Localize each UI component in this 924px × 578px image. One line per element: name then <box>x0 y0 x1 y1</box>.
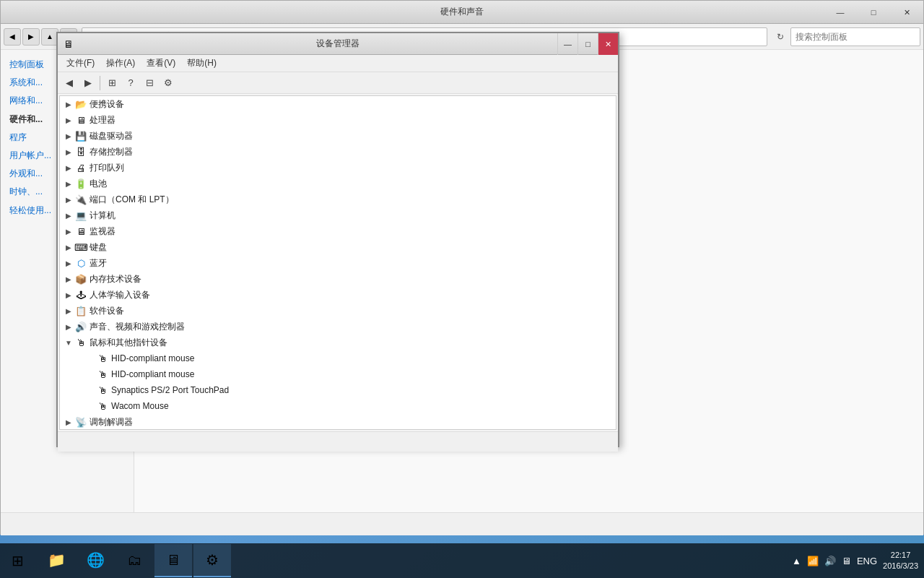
tree-expander-battery[interactable]: ▶ <box>63 178 74 189</box>
dm-close-button[interactable]: ✕ <box>598 33 618 55</box>
tray-language-icon[interactable]: ENG <box>855 554 879 568</box>
dm-properties-button[interactable]: ⊞ <box>103 74 121 92</box>
tree-item-processor[interactable]: ▶ 🖥 处理器 <box>60 112 616 128</box>
tree-icon-modem: 📡 <box>74 415 87 428</box>
tree-label-portable: 便携设备 <box>90 98 124 111</box>
tree-expander-computer[interactable]: ▶ <box>63 210 74 221</box>
tree-item-port-com-lpt[interactable]: ▶ 🔌 端口（COM 和 LPT） <box>60 191 616 207</box>
tree-item-hid-mouse-1[interactable]: 🖱 HID-compliant mouse <box>60 350 616 366</box>
tree-item-computer[interactable]: ▶ 💻 计算机 <box>60 207 616 223</box>
tree-label-keyboard: 键盘 <box>90 241 107 254</box>
tree-expander-print-queue[interactable]: ▶ <box>63 162 74 173</box>
tree-expander-mouse[interactable]: ▼ <box>63 337 74 348</box>
tree-item-keyboard[interactable]: ▶ ⌨ 键盘 <box>60 239 616 255</box>
cp-titlebar-buttons: — □ ✕ <box>824 1 923 24</box>
taskbar-app-filemanager[interactable]: 🗂 <box>116 544 153 577</box>
tree-label-mouse: 鼠标和其他指针设备 <box>90 337 167 349</box>
tree-expander-port-com-lpt[interactable]: ▶ <box>63 194 74 205</box>
tree-expander-storage-ctrl[interactable]: ▶ <box>63 146 74 158</box>
cp-maximize-button[interactable]: □ <box>857 1 890 24</box>
tree-item-bluetooth[interactable]: ▶ ⬡ 蓝牙 <box>60 255 616 271</box>
dm-scan-button[interactable]: ⚙ <box>160 74 177 92</box>
tree-expander-processor[interactable]: ▶ <box>63 114 74 126</box>
tree-expander-human-input[interactable]: ▶ <box>63 289 74 301</box>
tree-item-sound-video[interactable]: ▶ 🔊 声音、视频和游戏控制器 <box>60 319 616 335</box>
tree-expander-modem[interactable]: ▶ <box>63 416 74 428</box>
forward-button[interactable]: ▶ <box>22 28 40 46</box>
tree-expander-disk[interactable]: ▶ <box>63 130 74 142</box>
tray-display-icon[interactable]: 🖥 <box>840 554 853 568</box>
tree-item-human-input[interactable]: ▶ 🕹 人体学输入设备 <box>60 287 616 303</box>
tree-item-portable[interactable]: ▶ 📂 便携设备 <box>60 96 616 112</box>
tree-expander-portable[interactable]: ▶ <box>63 98 74 110</box>
tree-expander-bluetooth[interactable]: ▶ <box>63 257 74 269</box>
cp-close-button[interactable]: ✕ <box>890 1 923 24</box>
taskbar-app-explorer[interactable]: 📁 <box>38 544 75 577</box>
tree-item-modem[interactable]: ▶ 📡 调制解调器 <box>60 414 616 430</box>
tree-label-wacom: Wacom Mouse <box>111 401 169 411</box>
dm-menu-file[interactable]: 文件(F) <box>61 56 100 71</box>
dm-toolbar: ◀ ▶ ⊞ ? ⊟ ⚙ <box>58 72 618 94</box>
tree-item-battery[interactable]: ▶ 🔋 电池 <box>60 176 616 191</box>
tree-item-storage-ctrl[interactable]: ▶ 🗄 存储控制器 <box>60 144 616 160</box>
dm-menu-action[interactable]: 操作(A) <box>100 56 141 71</box>
tree-label-print-queue: 打印队列 <box>90 162 124 174</box>
dm-update-button[interactable]: ? <box>122 74 139 92</box>
dm-minimize-button[interactable]: — <box>557 33 578 55</box>
device-manager-dialog: 🖥 设备管理器 — □ ✕ 文件(F) 操作(A) 查看(V) 帮助(H) ◀ … <box>56 32 619 447</box>
dm-forward-button[interactable]: ▶ <box>79 74 97 92</box>
tree-label-hid1: HID-compliant mouse <box>111 353 194 363</box>
tree-icon-port-com-lpt: 🔌 <box>74 193 87 206</box>
tree-expander-software-dev[interactable]: ▶ <box>63 305 74 316</box>
tree-item-disk[interactable]: ▶ 💾 磁盘驱动器 <box>60 128 616 144</box>
tray-network-icon[interactable]: 📶 <box>806 554 820 568</box>
tree-item-print-queue[interactable]: ▶ 🖨 打印队列 <box>60 160 616 176</box>
tree-item-mouse[interactable]: ▼ 🖱 鼠标和其他指针设备 <box>60 335 616 350</box>
tree-icon-disk: 💾 <box>74 129 87 142</box>
tree-item-wacom[interactable]: 🖱 Wacom Mouse <box>60 398 616 414</box>
taskbar-right: ▲ 📶 🔊 🖥 ENG 22:17 2016/3/23 <box>790 550 924 572</box>
tree-item-memory-tech[interactable]: ▶ 📦 内存技术设备 <box>60 271 616 287</box>
dm-statusbar <box>58 431 618 452</box>
tree-expander-keyboard[interactable]: ▶ <box>63 241 74 253</box>
tree-icon-hid2: 🖱 <box>96 368 109 381</box>
tree-icon-battery: 🔋 <box>74 177 87 190</box>
search-input[interactable] <box>790 27 920 46</box>
tree-label-computer: 计算机 <box>90 210 116 222</box>
tree-item-monitor[interactable]: ▶ 🖥 监视器 <box>60 223 616 239</box>
dm-tree-area[interactable]: ▶ 📂 便携设备 ▶ 🖥 处理器 ▶ 💾 磁盘驱动器 ▶ 🗄 存储控制器 <box>59 95 616 430</box>
back-button[interactable]: ◀ <box>4 28 21 46</box>
tree-item-hid-mouse-2[interactable]: 🖱 HID-compliant mouse <box>60 366 616 382</box>
taskbar-app-device-manager[interactable]: ⚙ <box>193 544 231 577</box>
start-button[interactable]: ⊞ <box>0 543 35 578</box>
tree-expander-monitor[interactable]: ▶ <box>63 225 74 237</box>
dm-menubar: 文件(F) 操作(A) 查看(V) 帮助(H) <box>58 55 618 72</box>
tree-label-battery: 电池 <box>90 178 107 190</box>
tray-volume-icon[interactable]: 🔊 <box>823 554 837 568</box>
cp-minimize-button[interactable]: — <box>824 1 857 24</box>
tree-icon-print-queue: 🖨 <box>74 161 87 174</box>
dm-menu-help[interactable]: 帮助(H) <box>181 56 222 71</box>
tree-expander-hid2 <box>84 368 96 380</box>
taskbar-app-ie[interactable]: 🌐 <box>77 544 114 577</box>
tree-icon-mouse: 🖱 <box>74 336 87 349</box>
dm-uninstall-button[interactable]: ⊟ <box>141 74 158 92</box>
dm-back-button[interactable]: ◀ <box>61 74 78 92</box>
taskbar-clock[interactable]: 22:17 2016/3/23 <box>883 550 918 572</box>
tray-expand-icon[interactable]: ▲ <box>790 554 803 568</box>
dm-menu-view[interactable]: 查看(V) <box>141 56 181 71</box>
cp-statusbar <box>1 512 923 535</box>
refresh-button[interactable]: ↻ <box>772 28 789 46</box>
tree-label-modem: 调制解调器 <box>90 416 133 428</box>
dm-toolbar-sep1 <box>100 76 100 90</box>
tree-expander-memory-tech[interactable]: ▶ <box>63 273 74 285</box>
tree-icon-monitor: 🖥 <box>74 225 87 238</box>
tree-icon-bluetooth: ⬡ <box>74 256 87 269</box>
tree-label-hid2: HID-compliant mouse <box>111 369 194 379</box>
dm-maximize-button[interactable]: □ <box>578 33 598 55</box>
tree-item-software-dev[interactable]: ▶ 📋 软件设备 <box>60 303 616 319</box>
tree-label-storage-ctrl: 存储控制器 <box>90 146 133 158</box>
tree-item-synaptics[interactable]: 🖱 Synaptics PS/2 Port TouchPad <box>60 382 616 398</box>
taskbar-app-control-panel[interactable]: 🖥 <box>154 544 192 577</box>
tree-expander-sound-video[interactable]: ▶ <box>63 321 74 332</box>
